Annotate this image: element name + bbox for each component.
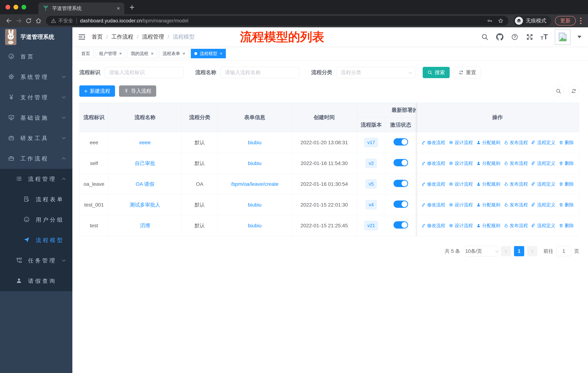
- prev-page-button[interactable]: [501, 246, 511, 256]
- github-icon[interactable]: [496, 33, 504, 41]
- version-badge[interactable]: v21: [364, 221, 378, 230]
- status-toggle[interactable]: [394, 159, 408, 166]
- zoom-window-button[interactable]: [21, 5, 26, 10]
- security-label[interactable]: 不安全: [58, 18, 73, 24]
- close-icon[interactable]: ×: [119, 51, 122, 56]
- next-page-button[interactable]: [527, 246, 537, 256]
- password-key-icon[interactable]: [487, 18, 493, 24]
- reload-icon[interactable]: [24, 16, 33, 26]
- font-size-icon[interactable]: TT: [541, 33, 548, 41]
- sidebar-item-system[interactable]: 系统管理: [0, 67, 72, 87]
- tag-tenant[interactable]: 租户管理 ×: [96, 49, 125, 58]
- breadcrumb-process-mgmt[interactable]: 流程管理: [142, 33, 164, 40]
- op-deploy-link[interactable]: 发布流程: [504, 181, 528, 187]
- address-bar[interactable]: 不安全 dashboard.yudao.iocoder.cn /bpm/mana…: [46, 16, 508, 26]
- sidebar-item-workflow[interactable]: 工作流程: [0, 148, 72, 169]
- op-delete-link[interactable]: 删除: [559, 140, 574, 146]
- minimize-window-button[interactable]: [13, 5, 18, 10]
- sidebar-item-process-mgmt[interactable]: 流程管理: [0, 169, 72, 189]
- op-design-link[interactable]: 设计流程: [449, 202, 473, 208]
- op-assign-link[interactable]: 分配规则: [476, 222, 500, 229]
- op-update-link[interactable]: 修改流程: [421, 202, 445, 208]
- op-design-link[interactable]: 设计流程: [449, 160, 473, 166]
- op-design-link[interactable]: 设计流程: [449, 140, 473, 146]
- search-icon[interactable]: [481, 33, 489, 41]
- op-definition-link[interactable]: 流程定义: [531, 202, 555, 208]
- process-name-link[interactable]: 测试多审批人: [130, 202, 160, 208]
- tag-process-form[interactable]: 流程表单 ×: [159, 49, 189, 58]
- tag-process-model[interactable]: 流程模型 ×: [191, 49, 226, 58]
- op-delete-link[interactable]: 删除: [559, 202, 574, 208]
- tag-home[interactable]: 首页: [78, 49, 94, 58]
- browser-tab[interactable]: 芋道管理系统 ×: [38, 2, 124, 14]
- sidebar-item-process-form[interactable]: 流程表单: [0, 189, 72, 210]
- sidebar-item-payment[interactable]: 支付管理: [0, 87, 72, 108]
- close-icon[interactable]: ×: [183, 51, 185, 56]
- op-design-link[interactable]: 设计流程: [449, 222, 473, 229]
- chevron-down-icon[interactable]: [578, 36, 581, 38]
- search-button[interactable]: 搜索: [423, 67, 450, 78]
- close-window-button[interactable]: [5, 5, 10, 10]
- process-key-input[interactable]: [105, 67, 184, 78]
- close-icon[interactable]: ×: [220, 51, 222, 56]
- process-name-link[interactable]: 滔博: [140, 223, 150, 228]
- goto-page-input[interactable]: [556, 246, 571, 256]
- process-name-link[interactable]: OA 请假: [136, 181, 154, 187]
- form-info-link[interactable]: biubiu: [248, 140, 262, 145]
- sidebar-item-home[interactable]: 首页: [0, 46, 72, 67]
- collapse-sidebar-icon[interactable]: [78, 33, 86, 41]
- op-delete-link[interactable]: 删除: [559, 222, 574, 229]
- avatar[interactable]: [555, 29, 570, 45]
- op-update-link[interactable]: 修改流程: [421, 222, 445, 229]
- op-update-link[interactable]: 修改流程: [421, 140, 445, 146]
- forward-icon[interactable]: [14, 16, 24, 26]
- op-update-link[interactable]: 修改流程: [421, 160, 445, 166]
- sidebar-item-process-model[interactable]: 流程模型: [0, 230, 72, 251]
- tab-close-icon[interactable]: ×: [117, 5, 120, 11]
- reset-button[interactable]: 重置: [454, 67, 481, 78]
- version-badge[interactable]: v4: [366, 200, 377, 210]
- browser-update-button[interactable]: 更新: [555, 16, 576, 26]
- home-icon[interactable]: [33, 16, 43, 26]
- op-assign-link[interactable]: 分配规则: [476, 181, 500, 187]
- create-process-button[interactable]: + 新建流程: [79, 85, 115, 97]
- status-toggle[interactable]: [394, 180, 408, 187]
- op-assign-link[interactable]: 分配规则: [476, 140, 500, 146]
- op-definition-link[interactable]: 流程定义: [531, 222, 555, 229]
- status-toggle[interactable]: [394, 138, 408, 146]
- version-badge[interactable]: v5: [366, 179, 377, 189]
- close-icon[interactable]: ×: [151, 51, 153, 56]
- op-definition-link[interactable]: 流程定义: [531, 181, 555, 187]
- process-name-input[interactable]: [221, 67, 299, 78]
- form-info-link[interactable]: biubiu: [248, 202, 262, 208]
- status-toggle[interactable]: [394, 221, 408, 229]
- op-assign-link[interactable]: 分配规则: [476, 160, 500, 166]
- sidebar-item-task-mgmt[interactable]: 任务管理: [0, 251, 72, 271]
- sidebar-item-infra[interactable]: 基础设施: [0, 108, 72, 128]
- op-assign-link[interactable]: 分配规则: [476, 202, 500, 208]
- breadcrumb-workflow[interactable]: 工作流程: [111, 33, 133, 40]
- op-update-link[interactable]: 修改流程: [421, 181, 445, 187]
- breadcrumb-home[interactable]: 首页: [92, 33, 103, 40]
- op-delete-link[interactable]: 删除: [559, 160, 574, 166]
- version-badge[interactable]: v17: [364, 138, 378, 147]
- op-delete-link[interactable]: 删除: [559, 181, 574, 187]
- process-category-select[interactable]: 流程分类: [337, 67, 415, 78]
- op-deploy-link[interactable]: 发布流程: [504, 140, 528, 146]
- bookmark-star-icon[interactable]: [498, 18, 504, 24]
- sidebar-item-devtools[interactable]: 研发工具: [0, 128, 72, 148]
- status-toggle[interactable]: [394, 201, 408, 208]
- op-design-link[interactable]: 设计流程: [449, 181, 473, 187]
- new-tab-button[interactable]: +: [129, 2, 135, 12]
- current-page-button[interactable]: 1: [514, 246, 524, 256]
- form-info-link[interactable]: biubiu: [248, 223, 262, 228]
- sidebar-item-user-group[interactable]: 用户分组: [0, 210, 72, 230]
- back-icon[interactable]: [4, 16, 14, 26]
- tag-my-process[interactable]: 我的流程 ×: [127, 49, 157, 58]
- op-deploy-link[interactable]: 发布流程: [504, 222, 528, 229]
- form-info-link[interactable]: /bpm/oa/leave/create: [231, 181, 279, 187]
- op-definition-link[interactable]: 流程定义: [531, 140, 555, 146]
- fullscreen-icon[interactable]: [526, 33, 534, 41]
- process-name-link[interactable]: 自己审批: [135, 161, 155, 166]
- process-name-link[interactable]: eeee: [139, 140, 151, 145]
